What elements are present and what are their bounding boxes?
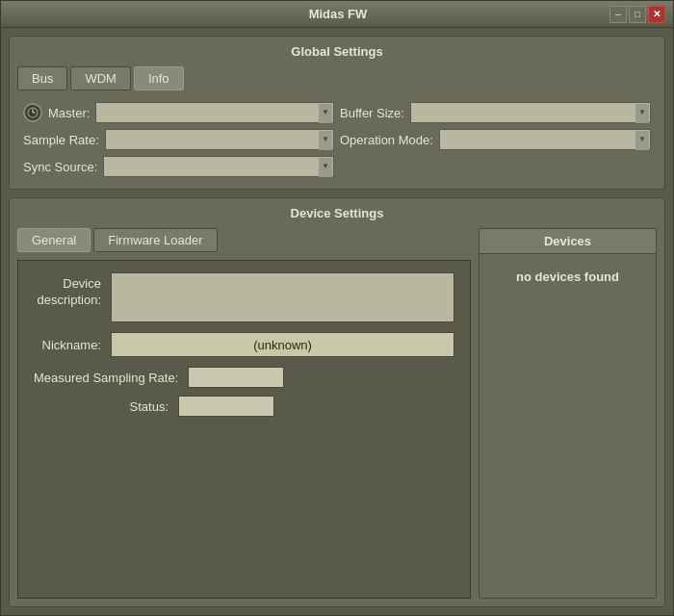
main-window: Midas FW – □ ✕ Global Settings Bus WDM I… [0,0,674,616]
maximize-button[interactable]: □ [629,6,646,23]
measured-sampling-rate-row: Measured Sampling Rate: [34,367,454,388]
tab-wdm[interactable]: WDM [70,66,131,90]
master-label: Master: [48,106,90,120]
tab-bus[interactable]: Bus [17,66,67,90]
device-right-panel: Devices no devices found [479,228,657,599]
sample-rate-select[interactable] [105,129,334,150]
buffer-size-col: Buffer Size: [340,102,651,123]
sync-source-select-wrapper[interactable] [103,156,334,177]
operation-mode-label: Operation Mode: [340,133,433,147]
buffer-size-select[interactable] [410,102,651,123]
sample-rate-select-wrapper[interactable] [105,129,334,150]
global-settings-section: Global Settings Bus WDM Info [9,36,665,190]
nickname-row: Nickname: [34,332,454,357]
device-description-label: Devicedescription: [34,272,101,309]
sample-rate-row: Sample Rate: Operation Mode: [23,129,651,150]
global-form: Master: Buffer Size: S [17,98,657,181]
device-settings-title: Device Settings [17,206,657,220]
device-settings-content: General Firmware Loader Devicedescriptio… [17,228,657,599]
master-col: Master: [23,102,334,123]
no-devices-text: no devices found [516,270,619,284]
buffer-size-label: Buffer Size: [340,106,404,120]
master-select[interactable] [95,102,334,123]
device-form-panel: Devicedescription: Nickname: Measured Sa… [17,260,471,599]
device-left-panel: General Firmware Loader Devicedescriptio… [17,228,471,599]
device-tab-bar: General Firmware Loader [17,228,471,252]
sync-source-row: Sync Source: [23,156,651,177]
master-row: Master: Buffer Size: [23,102,651,123]
nickname-input[interactable] [111,332,454,357]
devices-body: no devices found [480,254,656,299]
measured-sampling-rate-label: Measured Sampling Rate: [34,371,178,385]
sync-source-select[interactable] [103,156,334,177]
measured-sampling-rate-input[interactable] [188,367,284,388]
device-description-row: Devicedescription: [34,272,454,322]
operation-mode-col: Operation Mode: [340,129,651,150]
clock-icon [23,103,42,122]
operation-mode-select-wrapper[interactable] [439,129,651,150]
sync-source-label: Sync Source: [23,160,97,174]
window-content: Global Settings Bus WDM Info [1,28,673,615]
operation-mode-select[interactable] [439,129,651,150]
tab-general[interactable]: General [17,228,91,252]
sync-source-col: Sync Source: [23,156,334,177]
device-settings-section: Device Settings General Firmware Loader … [9,197,665,607]
status-label: Status: [34,399,168,414]
device-description-input[interactable] [111,272,454,322]
close-button[interactable]: ✕ [648,6,665,23]
window-controls: – □ ✕ [609,6,665,23]
sample-rate-col: Sample Rate: [23,129,334,150]
nickname-label: Nickname: [34,338,101,352]
sample-rate-label: Sample Rate: [23,133,99,147]
status-input[interactable] [178,396,274,417]
devices-panel: Devices no devices found [479,228,657,599]
title-bar: Midas FW – □ ✕ [1,1,673,28]
global-tab-bar: Bus WDM Info [17,66,657,90]
window-title: Midas FW [66,7,609,21]
minimize-button[interactable]: – [609,6,627,23]
global-settings-title: Global Settings [17,44,657,59]
tab-firmware-loader[interactable]: Firmware Loader [93,228,217,252]
buffer-size-select-wrapper[interactable] [410,102,651,123]
tab-info[interactable]: Info [134,66,184,90]
status-row: Status: [34,396,454,417]
master-select-wrapper[interactable] [95,102,334,123]
devices-header: Devices [480,229,656,254]
